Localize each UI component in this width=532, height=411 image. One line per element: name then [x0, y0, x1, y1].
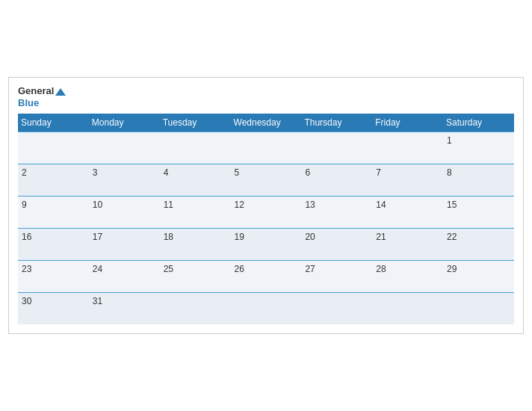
day-number: 14	[376, 200, 386, 210]
calendar-day-empty	[301, 292, 372, 324]
calendar-day-18: 18	[160, 228, 231, 260]
calendar-week-row: 2345678	[18, 164, 514, 196]
calendar: General Blue SundayMondayTuesdayWednesda…	[8, 77, 524, 333]
calendar-day-21: 21	[372, 228, 443, 260]
calendar-day-empty	[160, 132, 231, 164]
calendar-day-17: 17	[89, 228, 160, 260]
day-number: 16	[22, 232, 31, 242]
day-number: 17	[93, 232, 102, 242]
calendar-day-empty	[372, 292, 443, 324]
logo-area: General Blue	[18, 85, 66, 108]
calendar-day-31: 31	[89, 292, 160, 324]
day-number: 2	[22, 167, 27, 178]
calendar-week-row: 1	[18, 132, 514, 164]
day-number: 7	[376, 167, 381, 178]
calendar-day-10: 10	[89, 196, 160, 228]
calendar-day-9: 9	[18, 196, 89, 228]
calendar-day-empty	[231, 292, 302, 324]
day-number: 27	[305, 264, 315, 274]
day-number: 22	[447, 232, 457, 242]
day-number: 12	[235, 200, 244, 210]
weekday-header-row: SundayMondayTuesdayWednesdayThursdayFrid…	[18, 114, 514, 132]
calendar-day-empty	[372, 132, 443, 164]
calendar-header: General Blue	[18, 85, 514, 108]
calendar-day-empty	[18, 132, 89, 164]
day-number: 9	[22, 200, 27, 210]
day-number: 1	[447, 135, 452, 146]
calendar-day-19: 19	[231, 228, 302, 260]
calendar-day-23: 23	[18, 260, 89, 292]
calendar-day-27: 27	[301, 260, 372, 292]
day-number: 28	[376, 264, 386, 274]
calendar-day-1: 1	[443, 132, 514, 164]
calendar-day-empty	[443, 292, 514, 324]
day-number: 4	[164, 167, 169, 178]
weekday-header-sunday: Sunday	[18, 114, 89, 132]
calendar-week-row: 3031	[18, 292, 514, 324]
day-number: 19	[235, 232, 244, 242]
day-number: 20	[305, 232, 315, 242]
calendar-day-6: 6	[301, 164, 372, 196]
calendar-day-22: 22	[443, 228, 514, 260]
calendar-table: SundayMondayTuesdayWednesdayThursdayFrid…	[18, 114, 514, 324]
day-number: 25	[164, 264, 173, 274]
day-number: 30	[22, 296, 31, 306]
calendar-day-5: 5	[231, 164, 302, 196]
day-number: 13	[305, 200, 315, 210]
calendar-day-8: 8	[443, 164, 514, 196]
day-number: 3	[93, 167, 98, 178]
calendar-day-empty	[301, 132, 372, 164]
calendar-day-25: 25	[160, 260, 231, 292]
calendar-day-30: 30	[18, 292, 89, 324]
day-number: 11	[164, 200, 173, 210]
calendar-week-row: 16171819202122	[18, 228, 514, 260]
calendar-day-16: 16	[18, 228, 89, 260]
calendar-day-29: 29	[443, 260, 514, 292]
calendar-day-12: 12	[231, 196, 302, 228]
day-number: 26	[235, 264, 244, 274]
calendar-day-2: 2	[18, 164, 89, 196]
day-number: 15	[447, 200, 457, 210]
day-number: 10	[93, 200, 102, 210]
calendar-day-11: 11	[160, 196, 231, 228]
day-number: 23	[22, 264, 31, 274]
logo-general-text: General	[18, 85, 66, 97]
day-number: 5	[235, 167, 240, 178]
logo-triangle-icon	[55, 88, 66, 96]
day-number: 24	[93, 264, 102, 274]
calendar-day-empty	[231, 132, 302, 164]
day-number: 31	[93, 296, 102, 306]
calendar-week-row: 9101112131415	[18, 196, 514, 228]
calendar-week-row: 23242526272829	[18, 260, 514, 292]
day-number: 29	[447, 264, 457, 274]
calendar-day-14: 14	[372, 196, 443, 228]
calendar-day-empty	[160, 292, 231, 324]
weekday-header-friday: Friday	[372, 114, 443, 132]
calendar-day-26: 26	[231, 260, 302, 292]
calendar-day-15: 15	[443, 196, 514, 228]
calendar-day-4: 4	[160, 164, 231, 196]
day-number: 6	[305, 167, 310, 178]
weekday-header-thursday: Thursday	[301, 114, 372, 132]
weekday-header-tuesday: Tuesday	[160, 114, 231, 132]
calendar-day-24: 24	[89, 260, 160, 292]
logo-blue-text: Blue	[18, 97, 39, 109]
calendar-day-13: 13	[301, 196, 372, 228]
calendar-day-3: 3	[89, 164, 160, 196]
calendar-day-28: 28	[372, 260, 443, 292]
day-number: 21	[376, 232, 386, 242]
weekday-header-saturday: Saturday	[443, 114, 514, 132]
calendar-day-empty	[89, 132, 160, 164]
day-number: 8	[447, 167, 452, 178]
calendar-day-7: 7	[372, 164, 443, 196]
day-number: 18	[164, 232, 173, 242]
weekday-header-wednesday: Wednesday	[231, 114, 302, 132]
weekday-header-monday: Monday	[89, 114, 160, 132]
calendar-day-20: 20	[301, 228, 372, 260]
